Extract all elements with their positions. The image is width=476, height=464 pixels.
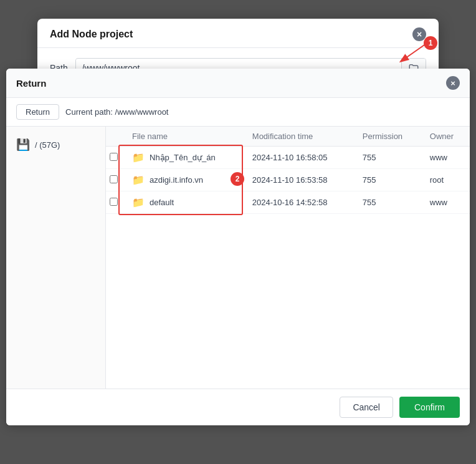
row-checkbox-2[interactable]: [110, 198, 118, 206]
current-path-prefix: Current path:: [65, 107, 115, 117]
inner-modal-title: Return: [16, 78, 46, 89]
sidebar-item-root[interactable]: 💾 / (57G): [11, 134, 100, 155]
table-row[interactable]: 📁 default 2024-10-16 14:52:58 755 www: [106, 191, 470, 214]
file-name-0: Nhập_Tên_dự_án: [150, 153, 216, 162]
file-name-cell-0: 📁 Nhập_Tên_dự_án: [132, 152, 237, 163]
sidebar-item-label: / (57G): [35, 140, 60, 150]
col-filename: File name: [125, 127, 245, 147]
table-body: 📁 Nhập_Tên_dự_án 2024-11-10 16:58:05 755…: [106, 147, 470, 214]
confirm-button[interactable]: Confirm: [399, 397, 460, 418]
file-name-2: default: [150, 198, 174, 207]
table-row[interactable]: 📁 azdigi.it.info.vn 2024-11-10 16:53:58 …: [106, 169, 470, 191]
return-modal: Return × Return Current path: /www/wwwro…: [6, 69, 470, 425]
file-name-cell-2: 📁 default: [132, 196, 237, 208]
breadcrumb-bar: Return Current path: /www/wwwroot: [6, 98, 470, 127]
permission-2: 755: [355, 191, 422, 214]
outer-close-button[interactable]: ×: [412, 27, 426, 41]
table-row[interactable]: 📁 Nhập_Tên_dự_án 2024-11-10 16:58:05 755…: [106, 147, 470, 169]
outer-modal-title: Add Node project: [50, 29, 133, 40]
col-modified: Modification time: [245, 127, 355, 147]
row-checkbox-1[interactable]: [110, 175, 118, 183]
modal-footer: Cancel Confirm: [6, 389, 470, 425]
folder-icon-0: 📁: [132, 152, 145, 163]
current-path: Current path: /www/wwwroot: [65, 107, 168, 117]
outer-modal-header: Add Node project ×: [37, 19, 439, 48]
folder-icon-2: 📁: [132, 196, 145, 208]
return-button[interactable]: Return: [16, 104, 59, 120]
inner-modal-header: Return ×: [6, 69, 470, 98]
permission-0: 755: [355, 147, 422, 169]
col-permission: Permission: [355, 127, 422, 147]
col-owner: Owner: [422, 127, 470, 147]
hdd-icon: 💾: [16, 138, 30, 152]
sidebar: 💾 / (57G): [6, 127, 106, 389]
cancel-button[interactable]: Cancel: [340, 397, 393, 418]
owner-1: root: [422, 169, 470, 191]
folder-icon-1: 📁: [132, 174, 145, 186]
modified-0: 2024-11-10 16:58:05: [245, 147, 355, 169]
file-table: File name Modification time Permission O…: [106, 127, 470, 389]
owner-2: www: [422, 191, 470, 214]
modified-2: 2024-10-16 14:52:58: [245, 191, 355, 214]
modified-1: 2024-11-10 16:53:58: [245, 169, 355, 191]
col-checkbox: [106, 127, 125, 147]
file-name-1: azdigi.it.info.vn: [150, 175, 203, 185]
inner-close-button[interactable]: ×: [446, 76, 460, 90]
table-header: File name Modification time Permission O…: [106, 127, 470, 147]
file-name-cell-1: 📁 azdigi.it.info.vn: [132, 174, 237, 186]
row-checkbox-0[interactable]: [110, 153, 118, 161]
file-browser: 💾 / (57G) File name Modification time Pe…: [6, 127, 470, 389]
current-path-value: /www/wwwroot: [115, 107, 169, 117]
files-table: File name Modification time Permission O…: [106, 127, 470, 214]
owner-0: www: [422, 147, 470, 169]
permission-1: 755: [355, 169, 422, 191]
